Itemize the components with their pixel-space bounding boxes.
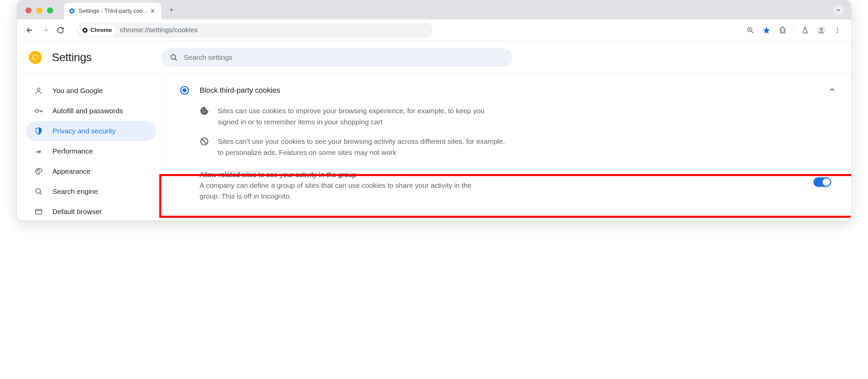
- cookie-icon: [199, 106, 209, 116]
- svg-point-11: [837, 30, 838, 31]
- allow-related-sites-row: Allow related sites to see your activity…: [179, 163, 838, 201]
- sidebar-item-appearance[interactable]: Appearance: [26, 161, 156, 182]
- svg-line-17: [175, 59, 177, 61]
- sidebar-item-label: Privacy and security: [53, 127, 116, 135]
- profile-avatar-icon[interactable]: [816, 25, 826, 35]
- browser-toolbar: Chrome chrome://settings/cookies: [17, 20, 851, 41]
- address-bar[interactable]: Chrome chrome://settings/cookies: [76, 23, 433, 38]
- browser-icon: [34, 207, 43, 216]
- sidebar-item-performance[interactable]: Performance: [26, 141, 156, 161]
- tab-title: Settings - Third-party cookies: [79, 8, 149, 14]
- person-icon: [34, 86, 43, 95]
- settings-sidebar: You and Google Autofill and passwords Pr…: [17, 74, 166, 220]
- tab-close-icon[interactable]: ✕: [149, 7, 157, 15]
- svg-rect-30: [36, 209, 42, 214]
- sidebar-item-label: Performance: [53, 147, 93, 155]
- svg-line-29: [40, 193, 42, 194]
- sidebar-item-default-browser[interactable]: Default browser: [26, 201, 156, 220]
- sidebar-item-label: Appearance: [53, 167, 90, 176]
- titlebar: Settings - Third-party cookies ✕ ＋: [17, 0, 851, 20]
- speedometer-icon: [34, 147, 43, 156]
- toolbar-separator: [794, 26, 794, 35]
- svg-point-16: [171, 55, 176, 59]
- sidebar-item-you-and-google[interactable]: You and Google: [26, 81, 156, 101]
- svg-point-18: [37, 88, 40, 91]
- svg-point-15: [33, 55, 38, 60]
- search-settings-box[interactable]: [162, 48, 513, 67]
- window-controls: [26, 7, 53, 13]
- cookie-description-block: Sites can't use your cookies to see your…: [179, 133, 838, 163]
- sidebar-item-label: Default browser: [53, 208, 102, 216]
- allow-related-sites-toggle[interactable]: [813, 178, 831, 187]
- svg-point-33: [203, 112, 204, 113]
- url-text: chrome://settings/cookies: [120, 26, 197, 34]
- extensions-icon[interactable]: [778, 25, 788, 35]
- description-text: Sites can use cookies to improve your br…: [218, 105, 507, 127]
- new-tab-button[interactable]: ＋: [167, 4, 176, 15]
- radio-selected-icon: [180, 86, 189, 95]
- page-title: Settings: [52, 51, 92, 64]
- svg-point-3: [84, 29, 86, 31]
- svg-point-26: [38, 170, 38, 170]
- settings-main-panel: Block third-party cookies Sites can use …: [166, 74, 851, 220]
- sidebar-item-privacy[interactable]: Privacy and security: [26, 121, 156, 141]
- sidebar-item-label: Autofill and passwords: [53, 107, 123, 115]
- kebab-menu-icon[interactable]: [832, 25, 842, 35]
- search-icon: [34, 187, 43, 196]
- collapse-chevron-up-icon[interactable]: [828, 86, 836, 95]
- block-icon: [199, 137, 209, 146]
- site-chip[interactable]: Chrome: [79, 25, 116, 36]
- description-text: Sites can't use your cookies to see your…: [218, 136, 507, 158]
- svg-point-10: [837, 28, 838, 29]
- toolbar-actions: [745, 25, 844, 35]
- svg-point-19: [35, 109, 38, 113]
- cookie-description-allow: Sites can use cookies to improve your br…: [179, 102, 838, 133]
- labs-icon[interactable]: [800, 25, 810, 35]
- site-chip-label: Chrome: [90, 27, 112, 34]
- shield-icon: [34, 127, 43, 135]
- settings-body: You and Google Autofill and passwords Pr…: [17, 74, 851, 220]
- page-content: Settings You and Google Autofill and pas…: [17, 41, 851, 220]
- sidebar-item-autofill[interactable]: Autofill and passwords: [26, 101, 156, 121]
- svg-point-32: [202, 109, 203, 110]
- toggle-knob: [823, 179, 830, 186]
- svg-line-5: [751, 31, 753, 33]
- reload-button[interactable]: [55, 24, 66, 36]
- settings-header: Settings: [17, 41, 851, 74]
- radio-label: Block third-party cookies: [199, 86, 280, 95]
- sidebar-item-label: You and Google: [53, 87, 103, 95]
- chrome-icon: [82, 27, 88, 33]
- bookmark-star-icon[interactable]: [762, 25, 772, 35]
- search-settings-input[interactable]: [184, 54, 504, 62]
- window-close-button[interactable]: [26, 7, 32, 13]
- browser-window: Settings - Third-party cookies ✕ ＋ Chrom…: [17, 0, 851, 220]
- window-minimize-button[interactable]: [36, 7, 42, 13]
- radio-block-third-party-cookies[interactable]: Block third-party cookies: [179, 84, 838, 102]
- browser-tab[interactable]: Settings - Third-party cookies ✕: [64, 3, 161, 20]
- svg-point-9: [820, 28, 823, 31]
- svg-point-25: [37, 171, 38, 171]
- search-icon: [170, 54, 178, 62]
- sidebar-item-label: Search engine: [53, 188, 98, 195]
- sidebar-item-search-engine[interactable]: Search engine: [26, 182, 156, 201]
- svg-point-27: [39, 170, 40, 170]
- svg-point-24: [38, 152, 39, 153]
- svg-point-12: [837, 32, 838, 33]
- back-button[interactable]: [24, 24, 36, 36]
- toggle-title: Allow related sites to see your activity…: [199, 171, 804, 179]
- svg-point-34: [205, 111, 206, 112]
- palette-icon: [34, 167, 43, 176]
- tab-overflow-button[interactable]: [833, 5, 844, 15]
- window-maximize-button[interactable]: [47, 7, 53, 13]
- chrome-logo-icon: [28, 51, 42, 64]
- key-icon: [34, 106, 43, 115]
- toggle-subtitle: A company can define a group of sites th…: [199, 180, 475, 201]
- forward-button[interactable]: [39, 24, 51, 36]
- zoom-icon[interactable]: [745, 25, 755, 35]
- svg-line-36: [202, 139, 207, 144]
- svg-point-28: [36, 189, 41, 193]
- tab-favicon-gear-icon: [68, 8, 75, 14]
